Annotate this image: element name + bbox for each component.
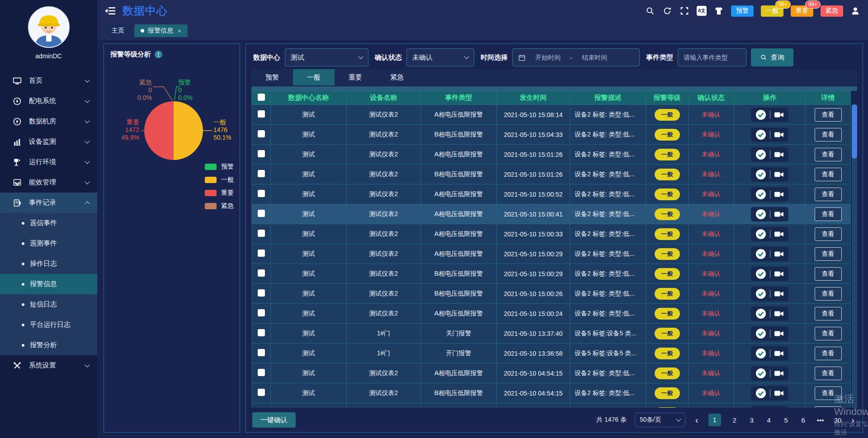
camera-icon[interactable] <box>774 151 784 159</box>
row-checkbox[interactable] <box>258 210 265 217</box>
tab-home[interactable]: 主页 <box>105 24 131 37</box>
vertical-scrollbar[interactable] <box>852 104 857 408</box>
row-checkbox[interactable] <box>258 150 265 157</box>
search-icon[interactable] <box>645 6 655 16</box>
tab-level-normal[interactable]: 一般 <box>293 69 335 85</box>
sidebar-item-home[interactable]: 首页 <box>0 71 97 91</box>
view-detail-button[interactable]: 查看 <box>815 227 842 241</box>
select-all-checkbox[interactable] <box>258 94 265 101</box>
confirm-state-select[interactable]: 未确认 <box>406 48 474 66</box>
sidebar-item-data-room[interactable]: 数据机房 <box>0 111 97 132</box>
camera-icon[interactable] <box>774 170 784 179</box>
row-checkbox[interactable] <box>258 289 265 297</box>
alarm-badge-major[interactable]: 重要 99+ <box>791 5 813 17</box>
sidebar-subitem[interactable]: 报警信息 <box>0 274 97 294</box>
query-button[interactable]: 查询 <box>751 48 793 66</box>
alarm-badge-urgent[interactable]: 紧急 <box>821 5 843 17</box>
confirm-icon[interactable] <box>755 348 766 359</box>
view-detail-button[interactable]: 查看 <box>815 128 842 141</box>
fullscreen-icon[interactable] <box>679 6 689 16</box>
camera-icon[interactable] <box>774 310 784 318</box>
view-detail-button[interactable]: 查看 <box>815 287 842 301</box>
view-detail-button[interactable]: 查看 <box>815 327 842 340</box>
page-number[interactable]: 2 <box>731 416 738 424</box>
view-detail-button[interactable]: 查看 <box>815 207 842 221</box>
page-number[interactable]: 6 <box>800 416 807 424</box>
sidebar-item-power-distribution[interactable]: 配电系统 <box>0 91 97 111</box>
confirm-icon[interactable] <box>755 209 766 220</box>
collapse-sidebar-icon[interactable] <box>104 6 116 16</box>
legend-item[interactable]: 紧急 <box>205 202 234 210</box>
view-detail-button[interactable]: 查看 <box>815 307 842 320</box>
camera-icon[interactable] <box>774 389 784 397</box>
sidebar-subitem[interactable]: 遥测事件 <box>0 233 97 254</box>
confirm-icon[interactable] <box>755 149 766 160</box>
next-page-button[interactable]: › <box>849 415 856 425</box>
legend-item[interactable]: 重要 <box>205 189 234 197</box>
camera-icon[interactable] <box>774 210 784 218</box>
camera-icon[interactable] <box>774 349 784 358</box>
user-icon[interactable] <box>850 6 860 16</box>
page-number[interactable]: 30 <box>834 416 842 424</box>
camera-icon[interactable] <box>774 131 784 139</box>
alarm-badge-normal[interactable]: 一般 99+ <box>761 5 783 17</box>
close-tab-icon[interactable]: × <box>178 28 181 34</box>
view-detail-button[interactable]: 查看 <box>815 188 842 201</box>
camera-icon[interactable] <box>774 230 784 238</box>
tab-alarm-info[interactable]: 报警信息 × <box>134 24 188 37</box>
tab-level-urgent[interactable]: 紧急 <box>376 69 418 85</box>
page-number[interactable]: 4 <box>765 416 773 424</box>
event-type-input[interactable] <box>684 54 738 61</box>
confirm-icon[interactable] <box>755 229 766 240</box>
confirm-icon[interactable] <box>755 189 766 200</box>
prev-page-button[interactable]: ‹ <box>693 415 700 425</box>
view-detail-button[interactable]: 查看 <box>815 406 842 408</box>
row-checkbox[interactable] <box>258 389 265 396</box>
legend-item[interactable]: 预警 <box>205 163 234 171</box>
row-checkbox[interactable] <box>258 110 265 118</box>
camera-icon[interactable] <box>774 250 784 258</box>
confirm-icon[interactable] <box>755 308 766 319</box>
page-number[interactable]: ••• <box>817 416 824 424</box>
row-checkbox[interactable] <box>258 130 265 137</box>
confirm-icon[interactable] <box>755 328 766 339</box>
legend-item[interactable]: 一般 <box>205 176 234 184</box>
confirm-icon[interactable] <box>755 249 766 259</box>
camera-icon[interactable] <box>774 111 784 119</box>
sidebar-item-device-monitor[interactable]: 设备监测 <box>0 132 97 152</box>
view-detail-button[interactable]: 查看 <box>815 267 842 281</box>
view-detail-button[interactable]: 查看 <box>815 148 842 161</box>
camera-icon[interactable] <box>774 330 784 338</box>
row-checkbox[interactable] <box>258 190 265 197</box>
confirm-icon[interactable] <box>755 169 766 180</box>
alarm-badge-warning[interactable]: 预警 <box>731 5 754 17</box>
row-checkbox[interactable] <box>258 329 265 336</box>
page-number[interactable]: 3 <box>748 416 755 424</box>
row-checkbox[interactable] <box>258 309 265 316</box>
end-time-input[interactable] <box>576 54 613 61</box>
row-checkbox[interactable] <box>258 269 265 277</box>
confirm-all-button[interactable]: 一键确认 <box>252 412 296 428</box>
sidebar-item-energy-mgmt[interactable]: 能效管理 <box>0 172 97 193</box>
tab-level-warning[interactable]: 预警 <box>251 69 293 85</box>
sidebar-subitem[interactable]: 遥信事件 <box>0 213 97 233</box>
view-detail-button[interactable]: 查看 <box>815 247 842 261</box>
sidebar-item-operating-env[interactable]: 运行环境 <box>0 152 97 172</box>
sidebar-subitem[interactable]: 短信日志 <box>0 294 97 315</box>
row-checkbox[interactable] <box>258 369 265 376</box>
datacenter-select[interactable]: 测试 <box>285 48 368 66</box>
row-checkbox[interactable] <box>258 250 265 257</box>
camera-icon[interactable] <box>774 369 784 377</box>
scrollbar-thumb[interactable] <box>852 104 857 159</box>
page-number[interactable]: 1 <box>708 414 721 426</box>
confirm-icon[interactable] <box>755 268 766 279</box>
confirm-icon[interactable] <box>755 288 766 299</box>
view-detail-button[interactable]: 查看 <box>815 108 842 122</box>
sidebar-item-event-record[interactable]: 事件记录 <box>0 193 97 213</box>
avatar[interactable] <box>28 6 70 48</box>
theme-skin-icon[interactable] <box>714 6 724 16</box>
camera-icon[interactable] <box>774 190 784 198</box>
camera-icon[interactable] <box>774 270 784 278</box>
confirm-icon[interactable] <box>755 408 766 408</box>
sidebar-subitem[interactable]: 报警分析 <box>0 335 97 355</box>
